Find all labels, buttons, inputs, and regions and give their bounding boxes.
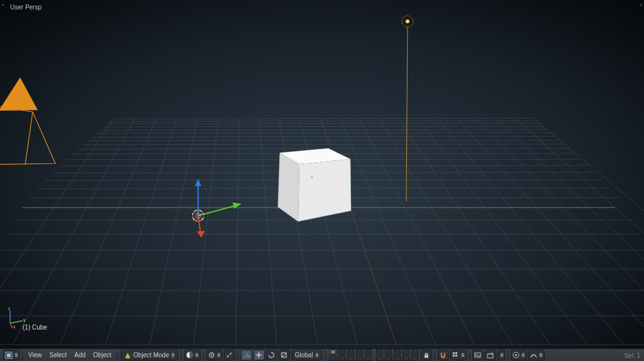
svg-rect-46 xyxy=(455,352,457,354)
manipulator-translate[interactable] xyxy=(253,350,265,360)
layer-1[interactable] xyxy=(330,349,336,355)
svg-line-22 xyxy=(10,323,13,328)
svg-line-21 xyxy=(10,321,23,323)
layer-9[interactable] xyxy=(402,349,409,355)
translate-icon xyxy=(255,352,262,358)
svg-rect-48 xyxy=(455,355,457,357)
mode-label: Object Mode xyxy=(133,352,169,358)
layer-20[interactable] xyxy=(411,355,418,361)
editor-type-menu[interactable] xyxy=(3,350,19,360)
svg-point-8 xyxy=(311,176,313,179)
svg-point-40 xyxy=(269,353,274,358)
snap-element[interactable] xyxy=(450,350,467,360)
layer-10[interactable] xyxy=(411,349,418,355)
layer-3[interactable] xyxy=(347,349,354,355)
object-mode-icon xyxy=(124,352,131,359)
svg-rect-27 xyxy=(7,353,11,357)
layer-2[interactable] xyxy=(338,349,345,355)
manipulator-scale[interactable] xyxy=(279,350,290,360)
svg-line-38 xyxy=(247,355,250,357)
layer-11[interactable] xyxy=(330,355,336,361)
svg-line-42 xyxy=(282,353,286,357)
layer-17[interactable] xyxy=(385,355,392,361)
active-object-label: (1) Cube xyxy=(23,324,47,331)
region-split-handle[interactable]: + xyxy=(640,1,643,8)
svg-rect-29 xyxy=(126,357,130,358)
viewport-3d[interactable]: User Persp + + z y x (1) Cube xyxy=(0,0,644,348)
svg-rect-47 xyxy=(453,355,455,357)
manipulator-toggle[interactable] xyxy=(241,350,252,360)
proportional-edit[interactable] xyxy=(511,350,527,360)
svg-rect-49 xyxy=(475,353,480,357)
cube-object[interactable] xyxy=(278,148,351,221)
layer-buttons xyxy=(329,349,419,361)
scene-canvas xyxy=(0,0,644,348)
layer-18[interactable] xyxy=(394,355,401,361)
scale-icon xyxy=(280,352,287,358)
lock-icon xyxy=(423,352,430,358)
menu-add[interactable]: Add xyxy=(70,349,89,362)
lock-to-scene[interactable] xyxy=(421,350,432,360)
falloff-icon xyxy=(530,352,537,358)
layer-4[interactable] xyxy=(356,349,363,355)
layer-5[interactable] xyxy=(365,349,372,355)
menu-object[interactable]: Object xyxy=(89,349,115,362)
rotate-icon xyxy=(268,352,275,358)
pivot-point[interactable] xyxy=(206,350,223,360)
layer-13[interactable] xyxy=(347,355,354,361)
mode-selector[interactable]: Object Mode xyxy=(121,350,178,360)
layer-19[interactable] xyxy=(402,355,409,361)
svg-text:x: x xyxy=(13,325,16,328)
layer-16[interactable] xyxy=(376,355,383,361)
svg-line-36 xyxy=(228,353,231,357)
menu-select[interactable]: Select xyxy=(46,349,71,362)
svg-point-19 xyxy=(195,213,201,219)
render-image-icon xyxy=(474,352,481,358)
manipulator-rotate[interactable] xyxy=(266,350,277,360)
svg-rect-45 xyxy=(453,352,455,354)
manipulate-center-toggle[interactable] xyxy=(224,350,235,360)
proportional-falloff[interactable] xyxy=(528,350,545,360)
magnet-icon xyxy=(440,352,447,358)
layer-7[interactable] xyxy=(385,349,392,355)
proportional-icon xyxy=(513,352,519,358)
layer-15[interactable] xyxy=(365,355,372,361)
clapper-icon xyxy=(487,352,494,358)
opengl-render-options[interactable] xyxy=(497,350,505,360)
svg-point-33 xyxy=(211,354,212,355)
view3d-header: View Select Add Object Object Mode Globa… xyxy=(0,348,644,361)
svg-text:y: y xyxy=(23,318,26,323)
snap-increment-icon xyxy=(452,352,459,358)
svg-line-39 xyxy=(244,355,247,358)
status-selection: Sel: 1 xyxy=(624,352,640,359)
menu-view[interactable]: View xyxy=(25,349,46,362)
svg-text:z: z xyxy=(8,307,11,311)
transform-orientation[interactable]: Global xyxy=(292,350,322,360)
svg-marker-28 xyxy=(125,353,130,357)
region-split-handle[interactable]: + xyxy=(1,1,4,8)
layer-12[interactable] xyxy=(338,355,345,361)
svg-point-53 xyxy=(515,354,517,356)
projection-label: User Persp xyxy=(10,4,42,11)
viewport-shading[interactable] xyxy=(184,350,201,360)
orientation-label: Global xyxy=(295,352,313,358)
svg-point-2 xyxy=(406,19,409,23)
svg-point-43 xyxy=(332,351,334,353)
svg-rect-51 xyxy=(487,354,493,358)
svg-rect-44 xyxy=(425,355,428,358)
manipulator-axes-icon xyxy=(243,352,250,359)
snap-toggle[interactable] xyxy=(438,350,449,360)
layer-14[interactable] xyxy=(356,355,363,361)
opengl-render-anim[interactable] xyxy=(485,350,496,360)
layer-6[interactable] xyxy=(376,349,383,355)
layer-8[interactable] xyxy=(394,349,401,355)
opengl-render-image[interactable] xyxy=(472,350,484,360)
